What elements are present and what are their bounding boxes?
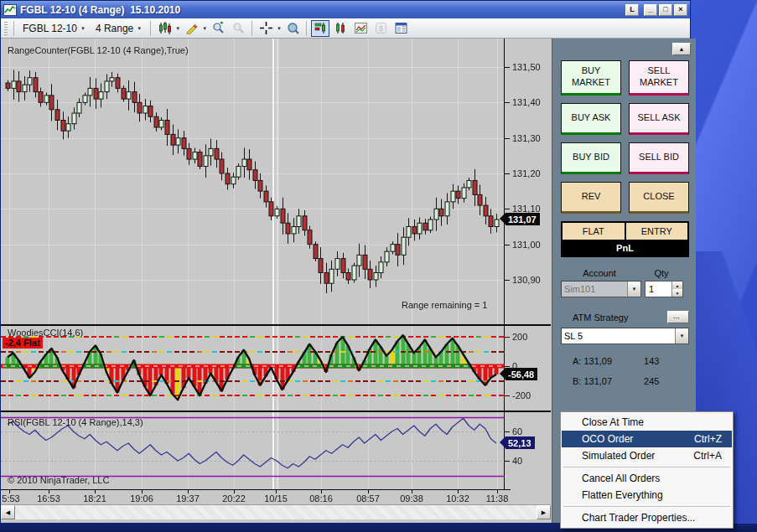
atm-more-button[interactable]: ...: [667, 311, 689, 323]
cci-panel-label: WoodiesCCI(14,6): [8, 328, 83, 338]
sell-ask-button[interactable]: SELL ASK: [629, 103, 689, 135]
close-position-button[interactable]: CLOSE: [629, 182, 689, 214]
chevron-down-icon: ▼: [137, 26, 142, 31]
bars-icon: [334, 22, 347, 34]
link-button[interactable]: L: [625, 4, 639, 16]
flat-button[interactable]: FLAT: [563, 223, 625, 240]
buy-market-button[interactable]: BUY MARKET: [561, 60, 621, 96]
menu-item-chart-trader-properties[interactable]: Chart Trader Properties...: [562, 509, 732, 526]
zoom-out-icon: [232, 22, 245, 34]
qty-label: Qty: [640, 268, 683, 278]
candlestick-icon: [158, 22, 171, 34]
toolbar-separator: [251, 21, 252, 36]
ask-size: 143: [644, 356, 659, 366]
minimize-button[interactable]: _: [644, 4, 657, 16]
toolbar: FGBL 12-10 ▼ 4 Range ▼ ▼: [1, 18, 690, 39]
menu-separator: [563, 506, 730, 507]
menu-item-close-at-time[interactable]: Close At Time: [562, 414, 732, 431]
chart-trader-icon: [314, 22, 327, 34]
menu-item-label: Cancel All Orders: [582, 473, 660, 484]
window-controls: L _ □ ×: [625, 4, 687, 16]
menu-item-flatten-everything[interactable]: Flatten Everything: [562, 487, 732, 504]
chart-area: RangeCounter(FGBL 12-10 (4 Range),True) …: [1, 39, 552, 523]
copyright-label: © 2010 NinjaTrader, LLC: [8, 475, 109, 485]
ask-row: A: 131,09 143: [573, 356, 689, 366]
candlestick-style-button[interactable]: [155, 20, 174, 37]
window-title: FGBL 12-10 (4 Range) 15.10.2010: [20, 4, 625, 16]
titlebar[interactable]: FGBL 12-10 (4 Range) 15.10.2010 L _ □ ×: [1, 1, 690, 18]
close-button[interactable]: ×: [674, 4, 687, 16]
toolbar-separator: [306, 21, 307, 36]
maximize-button[interactable]: □: [659, 4, 672, 16]
account-value: Sim101: [562, 281, 627, 297]
crosshair-icon: [260, 22, 272, 34]
position-block: FLAT ENTRY PnL: [561, 221, 689, 257]
horizontal-scrollbar[interactable]: ◀ ▶: [1, 504, 551, 519]
line-chart-icon: [355, 22, 367, 34]
drawing-tools-button[interactable]: [182, 20, 200, 37]
atm-strategy-row: ATM Strategy ...: [561, 311, 689, 323]
range-remaining-label: Range remaining = 1: [402, 300, 487, 310]
zoom-in-button[interactable]: [209, 20, 227, 37]
desktop: FGBL 12-10 (4 Range) 15.10.2010 L _ □ × …: [0, 0, 757, 532]
dollar-icon: $: [375, 22, 387, 34]
buy-ask-button[interactable]: BUY ASK: [561, 103, 621, 135]
sell-bid-button[interactable]: SELL BID: [629, 142, 689, 174]
quantity-stepper[interactable]: 1 ▲▼: [645, 281, 683, 297]
chevron-down-icon[interactable]: ▼: [175, 26, 180, 31]
instrument-dropdown[interactable]: FGBL 12-10 ▼: [18, 21, 90, 36]
data-grid-icon: [395, 22, 407, 34]
collapse-panel-button[interactable]: ▲: [672, 43, 691, 55]
stepper-arrows[interactable]: ▲▼: [671, 281, 682, 297]
chevron-down-icon: ▼: [627, 281, 640, 297]
cci-trend-badge: -2,4 Flat: [3, 338, 43, 349]
menu-item-label: Simulated Order: [582, 450, 655, 462]
up-arrow-icon[interactable]: ▲: [672, 281, 682, 289]
price-panel-canvas[interactable]: [1, 39, 551, 324]
menu-item-simulated-order[interactable]: Simulated OrderCtrl+A: [562, 447, 732, 464]
menu-item-label: Close At Time: [582, 416, 644, 428]
chart-trader-toggle[interactable]: [311, 20, 329, 37]
menu-item-cancel-all-orders[interactable]: Cancel All Orders: [562, 470, 732, 487]
down-arrow-icon[interactable]: ▼: [672, 289, 682, 297]
last-price-tag: 131,07: [506, 213, 540, 225]
svg-text:$: $: [379, 24, 383, 33]
crosshair-button[interactable]: [257, 20, 275, 37]
line-chart-button[interactable]: [351, 20, 370, 37]
scroll-left-button[interactable]: ◀: [1, 505, 15, 519]
cci-panel-canvas[interactable]: [1, 324, 551, 412]
toolbar-separator: [150, 21, 151, 36]
context-menu: Close At TimeOCO OrderCtrl+ZSimulated Or…: [560, 411, 734, 529]
buy-bid-button[interactable]: BUY BID: [561, 142, 621, 174]
atm-strategy-select[interactable]: SL 5 ▼: [561, 328, 689, 344]
atm-strategy-label: ATM Strategy: [573, 312, 628, 323]
chevron-down-icon[interactable]: ▼: [202, 26, 207, 31]
reverse-button[interactable]: REV: [561, 182, 621, 214]
entry-button[interactable]: ENTRY: [626, 223, 688, 240]
market-analyzer-button[interactable]: [331, 20, 350, 37]
zoom-out-button: [229, 20, 247, 37]
chevron-down-icon[interactable]: ▼: [277, 26, 282, 31]
toolbar-grip[interactable]: [4, 22, 8, 35]
menu-item-label: OCO Order: [582, 433, 633, 445]
account-qty-controls: Sim101 ▼ 1 ▲▼: [561, 281, 689, 297]
account-select: Sim101 ▼: [561, 281, 641, 297]
data-grid-button[interactable]: [391, 20, 410, 37]
quantity-value[interactable]: 1: [646, 281, 671, 297]
magnifier-icon: [287, 22, 299, 34]
account-dollar-button: $: [371, 20, 390, 37]
menu-item-oco-order[interactable]: OCO OrderCtrl+Z: [562, 431, 732, 447]
rsi-value-tag: 52,13: [506, 436, 535, 449]
chevron-down-icon[interactable]: ▼: [675, 328, 688, 343]
data-box-button[interactable]: [283, 20, 302, 37]
scroll-right-button[interactable]: ▶: [537, 505, 551, 519]
toolbar-separator: [13, 21, 14, 36]
pnl-label: PnL: [563, 240, 687, 256]
interval-label: 4 Range: [96, 23, 133, 34]
menu-item-label: Flatten Everything: [582, 489, 663, 501]
account-qty-labels: Account Qty: [561, 268, 689, 278]
bid-row: B: 131,07 245: [573, 376, 689, 386]
sell-market-button[interactable]: SELL MARKET: [629, 60, 689, 96]
order-buttons: BUY MARKET SELL MARKET BUY ASK SELL ASK …: [561, 60, 689, 214]
interval-dropdown[interactable]: 4 Range ▼: [91, 21, 146, 36]
